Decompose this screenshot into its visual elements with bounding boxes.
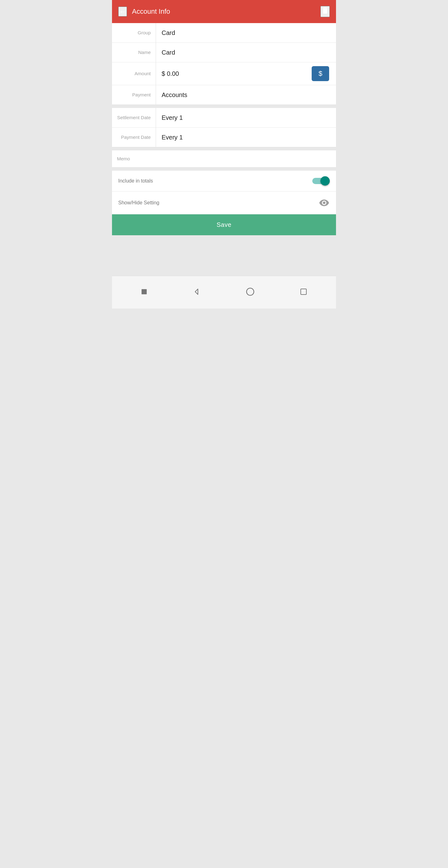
payment-date-value: Every 1 xyxy=(156,130,336,145)
section-separator-2 xyxy=(112,147,336,150)
svg-point-3 xyxy=(247,288,254,295)
bottom-navigation xyxy=(112,276,336,309)
section-separator-3 xyxy=(112,167,336,170)
back-triangle-icon xyxy=(193,288,201,296)
nav-home-button[interactable] xyxy=(243,285,257,299)
nav-recent-button[interactable] xyxy=(297,285,310,298)
amount-container: $ 0.00 $ xyxy=(156,62,336,85)
name-row[interactable]: Name Card xyxy=(112,43,336,62)
include-totals-toggle[interactable] xyxy=(312,176,330,186)
currency-button[interactable]: $ xyxy=(312,66,329,81)
group-section: Group Card Name Card Amount $ 0.00 $ Pay… xyxy=(112,23,336,105)
nav-back-button[interactable] xyxy=(190,285,203,298)
settlement-date-label: Settlement Date xyxy=(112,111,156,124)
page-title: Account Info xyxy=(132,7,170,16)
square-icon xyxy=(141,288,148,295)
payment-row[interactable]: Payment Accounts xyxy=(112,85,336,104)
svg-point-0 xyxy=(323,202,325,204)
include-totals-label: Include in totals xyxy=(118,178,153,184)
save-button-container: Save xyxy=(112,214,336,235)
back-button[interactable]: ← xyxy=(118,6,127,17)
amount-row[interactable]: Amount $ 0.00 $ xyxy=(112,62,336,85)
amount-inner: $ 0.00 $ xyxy=(162,66,330,81)
include-totals-row[interactable]: Include in totals xyxy=(112,170,336,192)
payment-date-row[interactable]: Payment Date Every 1 xyxy=(112,128,336,147)
name-label: Name xyxy=(112,45,156,59)
group-row[interactable]: Group Card xyxy=(112,23,336,43)
settlement-date-row[interactable]: Settlement Date Every 1 xyxy=(112,108,336,128)
show-hide-label: Show/Hide Setting xyxy=(118,200,159,206)
section-separator-1 xyxy=(112,105,336,108)
settlement-date-value: Every 1 xyxy=(156,111,336,125)
group-value: Card xyxy=(156,26,336,40)
svg-marker-2 xyxy=(195,289,198,294)
nav-square-button[interactable] xyxy=(138,286,150,298)
eye-icon xyxy=(319,197,329,208)
show-hide-row[interactable]: Show/Hide Setting xyxy=(112,192,336,214)
svg-rect-1 xyxy=(141,289,147,294)
amount-label: Amount xyxy=(112,67,156,81)
svg-rect-4 xyxy=(301,289,307,294)
trash-icon xyxy=(321,6,329,15)
recent-square-icon xyxy=(300,288,307,296)
amount-value: $ 0.00 xyxy=(162,70,312,78)
header-left: ← Account Info xyxy=(118,6,170,17)
payment-label: Payment xyxy=(112,88,156,102)
dollar-sign: $ xyxy=(319,69,322,78)
payment-value: Accounts xyxy=(156,88,336,102)
group-label: Group xyxy=(112,26,156,40)
memo-label: Memo xyxy=(117,156,130,161)
save-button[interactable]: Save xyxy=(112,214,336,235)
home-circle-icon xyxy=(246,287,255,296)
payment-date-label: Payment Date xyxy=(112,130,156,144)
name-value: Card xyxy=(156,45,336,60)
toggle-thumb xyxy=(320,176,330,186)
dates-section: Settlement Date Every 1 Payment Date Eve… xyxy=(112,108,336,147)
content-area-gray xyxy=(112,235,336,273)
delete-button[interactable] xyxy=(320,6,330,17)
eye-icon-container xyxy=(319,197,330,209)
memo-row[interactable]: Memo xyxy=(112,150,336,167)
app-header: ← Account Info xyxy=(112,0,336,23)
